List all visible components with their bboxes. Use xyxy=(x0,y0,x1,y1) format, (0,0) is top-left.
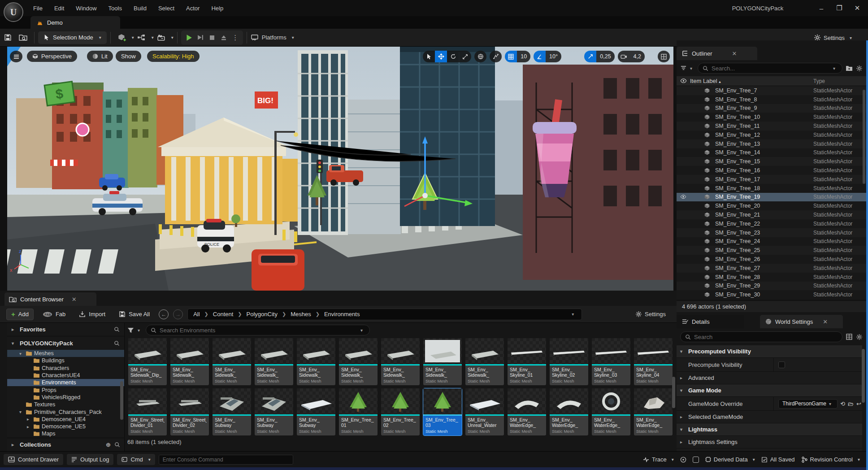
close-icon[interactable]: ✕ xyxy=(823,318,828,325)
menu-help[interactable]: Help xyxy=(211,5,223,12)
asset-tile[interactable]: SM_Env_WaterEdge_Static Mesh xyxy=(592,388,630,435)
outliner-row[interactable]: SM_Env_Tree_19StaticMeshActor xyxy=(677,193,866,202)
trace-dropdown[interactable]: Trace ▾ xyxy=(643,456,674,463)
all-saved-indicator[interactable]: All Saved xyxy=(761,456,795,463)
sidebar-scrollbar[interactable] xyxy=(120,381,123,420)
cmd-dropdown[interactable]: Cmd ▾ xyxy=(117,454,155,465)
outliner-row[interactable]: SM_Env_Tree_7StaticMeshActor xyxy=(677,86,866,95)
maximize-viewport-icon[interactable] xyxy=(658,51,670,62)
collections-section[interactable]: ▸ Collections ⊕ xyxy=(7,438,125,451)
outliner-row[interactable]: SM_Env_Tree_18StaticMeshActor xyxy=(677,184,866,193)
outliner-column-header[interactable]: Item Label ▴ Type xyxy=(677,76,866,86)
outliner-row[interactable]: SM_Env_Tree_8StaticMeshActor xyxy=(677,95,866,104)
filter-funnel-icon[interactable] xyxy=(127,327,134,333)
outliner-row[interactable]: SM_Env_Tree_25StaticMeshActor xyxy=(677,246,866,255)
menu-file[interactable]: File xyxy=(33,5,43,12)
rotation-snap-value[interactable]: 10° xyxy=(546,51,561,62)
asset-tile[interactable]: SM_Env_Skyline_03Static Mesh xyxy=(592,338,630,385)
selection-mode-dropdown[interactable]: Selection Mode ▾ xyxy=(38,31,107,44)
asset-search-input[interactable]: Search Environments ▾ xyxy=(146,325,370,335)
cinematics-icon[interactable] xyxy=(154,31,169,44)
outliner-row[interactable]: SM_Env_Tree_28StaticMeshActor xyxy=(677,273,866,282)
scale-tool-icon[interactable] xyxy=(459,51,471,62)
property-checkbox[interactable] xyxy=(778,361,785,368)
outliner-row[interactable]: SM_Env_Tree_23StaticMeshActor xyxy=(677,228,866,237)
sidebar-folder-characters[interactable]: Characters xyxy=(7,365,124,372)
details-subsection[interactable]: ▸Advanced xyxy=(677,372,862,384)
asset-tile[interactable]: SM_Env_Sidewalk_Static Mesh xyxy=(297,338,335,385)
close-icon[interactable]: ✕ xyxy=(72,296,77,303)
menu-edit[interactable]: Edit xyxy=(54,5,64,12)
sidebar-folder-demoscene_ue4[interactable]: ▸Demoscene_UE4 xyxy=(7,416,124,423)
details-section-header[interactable]: ▾Game Mode xyxy=(677,384,862,397)
rotation-snap-icon[interactable] xyxy=(534,51,546,62)
menu-build[interactable]: Build xyxy=(134,5,147,12)
outliner-settings-gear-icon[interactable] xyxy=(856,65,863,72)
outliner-row[interactable]: SM_Env_Tree_22StaticMeshActor xyxy=(677,219,866,228)
sidebar-folder-vehiclesrigged[interactable]: VehiclesRigged xyxy=(7,394,124,401)
sidebar-folder-charactersue4[interactable]: CharactersUE4 xyxy=(7,372,124,379)
stop-button[interactable] xyxy=(206,32,218,44)
content-drawer-button[interactable]: Content Drawer xyxy=(4,454,63,465)
play-button[interactable] xyxy=(183,32,195,44)
search-icon[interactable] xyxy=(114,442,120,448)
search-icon[interactable] xyxy=(114,326,120,332)
viewport-lit-dropdown[interactable]: Lit xyxy=(87,51,113,62)
outliner-row[interactable]: SM_Env_Tree_11StaticMeshActor xyxy=(677,122,866,131)
add-actor-icon[interactable] xyxy=(114,31,130,44)
details-section-header[interactable]: ▾Lightmass xyxy=(677,423,862,436)
breadcrumb[interactable]: All❯Content❯PolygonCity❯Meshes❯Environme… xyxy=(187,309,582,320)
select-tool-icon[interactable] xyxy=(423,51,435,62)
rotate-tool-icon[interactable] xyxy=(447,51,459,62)
breadcrumb-item-meshes[interactable]: Meshes xyxy=(291,311,311,318)
camera-speed-value[interactable]: 4,2 xyxy=(630,51,645,62)
level-viewport[interactable]: $ BIG! xyxy=(7,47,673,291)
asset-tile[interactable]: SM_Env_WaterEdge_Static Mesh xyxy=(550,388,588,435)
asset-tile[interactable]: SM_Env_Unreal_WaterStatic Mesh xyxy=(465,388,504,435)
level-tab-demo[interactable]: Demo xyxy=(30,16,120,29)
browse-to-icon[interactable]: 🗁 xyxy=(848,400,854,407)
revision-control-dropdown[interactable]: Revision Control ▾ xyxy=(801,456,860,463)
chevron-down-icon[interactable]: ▾ xyxy=(690,66,694,71)
blueprints-icon[interactable] xyxy=(134,31,149,44)
asset-tile[interactable]: SM_Env_Sidewalk_Static Mesh xyxy=(423,338,462,385)
asset-tile[interactable]: SM_Env_Sidewalk_Static Mesh xyxy=(381,338,420,385)
outliner-row[interactable]: SM_Env_Tree_20StaticMeshActor xyxy=(677,201,866,210)
scale-snap-icon[interactable] xyxy=(584,51,596,62)
maximize-button[interactable]: ❐ xyxy=(830,0,848,16)
viewport-menu-hamburger-icon[interactable] xyxy=(10,51,22,62)
display-options-icon[interactable] xyxy=(846,334,852,340)
screenshot-icon[interactable] xyxy=(693,457,699,463)
chevron-down-icon[interactable]: ▾ xyxy=(833,66,838,71)
breadcrumb-item-content[interactable]: Content xyxy=(213,311,234,318)
asset-tile[interactable]: SM_Env_Tree_02Static Mesh xyxy=(381,388,420,435)
content-browser-tab[interactable]: Content Browser ✕ xyxy=(4,292,96,306)
breadcrumb-item-environments[interactable]: Environments xyxy=(324,311,360,318)
sidebar-folder-maps[interactable]: Maps xyxy=(7,430,124,437)
outliner-scrollbar[interactable] xyxy=(863,90,865,184)
details-search-input[interactable]: Search xyxy=(680,331,842,342)
asset-grid-scrollbar[interactable] xyxy=(672,377,675,408)
import-button[interactable]: Import xyxy=(74,309,110,320)
forward-button[interactable]: → xyxy=(173,309,183,319)
outliner-row[interactable]: SM_Env_Tree_16StaticMeshActor xyxy=(677,166,866,175)
sidebar-folder-meshes[interactable]: ▾Meshes xyxy=(7,350,124,357)
asset-tile[interactable]: SM_Env_WaterEdge_Static Mesh xyxy=(634,388,673,435)
outliner-row[interactable]: SM_Env_Tree_24StaticMeshActor xyxy=(677,237,866,246)
details-subsection[interactable]: ▸Selected GameMode xyxy=(677,411,862,423)
column-type[interactable]: Type xyxy=(813,78,866,84)
add-button[interactable]: + Add xyxy=(6,309,34,320)
asset-tile[interactable]: SM_Env_Skyline_01Static Mesh xyxy=(508,338,546,385)
asset-tile[interactable]: SM_Env_Skyline_02Static Mesh xyxy=(550,338,588,385)
sidebar-folder-buildings[interactable]: Buildings xyxy=(7,357,124,364)
filter-icon[interactable] xyxy=(680,65,687,71)
close-icon[interactable]: ✕ xyxy=(732,50,737,57)
sidebar-folder-textures[interactable]: Textures xyxy=(7,401,124,408)
outliner-search-input[interactable]: Search... ▾ xyxy=(698,63,842,74)
outliner-row[interactable]: SM_Env_Tree_9StaticMeshActor xyxy=(677,104,866,113)
search-icon[interactable] xyxy=(114,340,120,346)
sidebar-folder-props[interactable]: Props xyxy=(7,386,124,393)
play-options-kebab-icon[interactable]: ⋮ xyxy=(230,32,241,44)
sidebar-folder-demoscene_ue5[interactable]: ▸Demoscene_UE5 xyxy=(7,423,124,430)
details-subsection[interactable]: ▸Lightmass Settings xyxy=(677,436,862,448)
